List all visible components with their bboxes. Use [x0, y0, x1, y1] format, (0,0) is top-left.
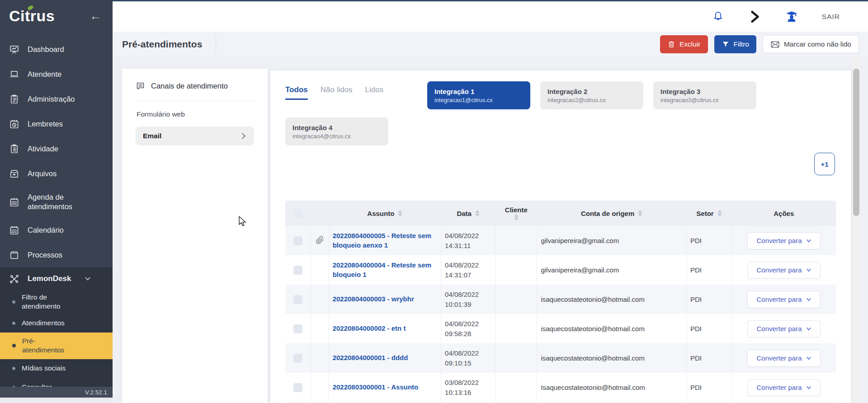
sidebar-subitem-filtro-de-atendimento[interactable]: Filtro de atendimento: [0, 290, 113, 314]
convert-to-label: Converter para: [757, 266, 802, 274]
top-accent-strip: [113, 0, 868, 1]
sort-arrows-icon[interactable]: [475, 210, 480, 216]
preatendimento-link[interactable]: 20220804000001 - dddd: [333, 353, 408, 362]
sort-arrows-icon[interactable]: [717, 210, 722, 216]
chevron-down-icon: [806, 385, 811, 390]
chevron-down-icon: [85, 276, 91, 282]
channel-item-email[interactable]: Email: [136, 127, 254, 145]
integration-card-2[interactable]: Integração 2integracao2@citrus.cx: [540, 81, 643, 109]
sidebar-item-label: Dashboard: [28, 45, 64, 54]
bullet-icon: [12, 344, 16, 347]
column-header-assunto[interactable]: Assunto: [329, 201, 441, 226]
version-bar: V.2.52.1: [0, 387, 113, 398]
mark-unread-button[interactable]: Marcar como não lido: [763, 35, 859, 53]
preatendimento-link[interactable]: 20220804000004 - Reteste sem bloqueio 1: [333, 261, 437, 279]
integration-card-1[interactable]: Integração 1integracao1@citrus.cx: [427, 81, 530, 109]
chevron-right-icon: [241, 132, 247, 140]
sidebar-item-atendente[interactable]: Atendente: [0, 62, 113, 87]
row-checkbox[interactable]: [293, 354, 302, 363]
vertical-scrollbar[interactable]: [853, 57, 860, 403]
row-setor: PDI: [686, 343, 731, 373]
filter-button[interactable]: Filtro: [714, 35, 756, 53]
column-header-acoes: Ações: [732, 201, 836, 226]
integration-email: integracao4@citrus.cx: [292, 133, 381, 140]
page-header: Pré-atendimentos Excluir Filtro Marcar c…: [113, 32, 868, 57]
dashed-divider: [136, 101, 254, 101]
agenda-icon: [9, 197, 19, 207]
sort-arrows-icon[interactable]: [638, 210, 642, 216]
column-header-data[interactable]: Data: [441, 201, 495, 226]
tab-nao-lidos[interactable]: Não lidos: [321, 85, 353, 98]
preatendimento-link[interactable]: 20220804000003 - wrybhr: [333, 295, 414, 304]
page-actions: Excluir Filtro Marcar como não lido: [660, 35, 859, 53]
sidebar-item-label: Arquivos: [28, 169, 57, 178]
sidebar-item-agenda-de-atendimentos[interactable]: Agenda de atendimentos: [0, 186, 113, 218]
row-checkbox[interactable]: [293, 295, 302, 304]
select-all-checkbox[interactable]: [293, 209, 302, 218]
sort-arrows-icon[interactable]: [514, 214, 519, 220]
sidebar-item-calendario[interactable]: Calendário: [0, 218, 113, 243]
processos-icon: [9, 250, 19, 260]
delete-button[interactable]: Excluir: [660, 35, 708, 53]
convert-to-label: Converter para: [757, 325, 802, 333]
sidebar-subitem-atendimentos[interactable]: Atendimentos: [0, 314, 113, 333]
row-checkbox[interactable]: [293, 383, 302, 392]
column-header-label: Data: [457, 210, 472, 217]
convert-to-button[interactable]: Converter para: [747, 262, 821, 279]
row-checkbox[interactable]: [293, 236, 302, 245]
convert-to-button[interactable]: Converter para: [747, 379, 821, 396]
tutorial-graduate-icon[interactable]: [785, 10, 798, 23]
sidebar-item-arquivos[interactable]: Arquivos: [0, 161, 113, 186]
logout-button[interactable]: SAIR: [822, 13, 840, 21]
sidebar-item-lemondesk[interactable]: LemonDesk: [0, 267, 113, 290]
sidebar-subitem-consultar[interactable]: Consultar: [0, 378, 113, 387]
row-checkbox[interactable]: [293, 266, 302, 275]
notifications-bell-icon[interactable]: [712, 10, 724, 23]
sort-arrows-icon[interactable]: [398, 210, 402, 216]
row-time: 14:31:07: [445, 270, 491, 280]
convert-to-button[interactable]: Converter para: [747, 350, 821, 367]
row-checkbox[interactable]: [293, 324, 302, 333]
sidebar-subitem-midias-sociais[interactable]: Mídias sociais: [0, 359, 113, 378]
integration-email: integracao1@citrus.cx: [434, 97, 523, 103]
read-state-tabs: TodosNão lidosLidos: [285, 81, 417, 100]
integration-card-3[interactable]: Integração 3integracao3@citrus.cx: [653, 81, 756, 109]
mark-unread-button-label: Marcar como não lido: [784, 40, 851, 48]
more-integrations-row: +1: [285, 153, 835, 175]
row-time: 10:01:39: [445, 300, 491, 309]
sidebar-item-label: Agenda de atendimentos: [28, 192, 104, 211]
preatendimento-link[interactable]: 20220804000005 - Reteste sem bloqueio ae…: [333, 231, 437, 250]
table-row: 20220804000005 - Reteste sem bloqueio ae…: [285, 226, 836, 255]
row-time: 09:58:28: [445, 329, 491, 339]
tab-lidos[interactable]: Lidos: [365, 85, 384, 98]
sidebar-item-lembretes[interactable]: Lembretes: [0, 112, 113, 136]
sidebar-item-dashboard[interactable]: Dashboard: [0, 37, 113, 62]
column-header-label: Setor: [696, 210, 713, 217]
integration-card-4[interactable]: Integração 4integracao4@citrus.cx: [285, 117, 388, 145]
convert-to-button[interactable]: Converter para: [747, 320, 821, 337]
sidebar-item-processos[interactable]: Processos: [0, 243, 113, 267]
collapse-sidebar-arrow-icon[interactable]: ←: [90, 10, 102, 22]
row-conta-origem: gilvanipereira@gmail.com: [537, 255, 687, 285]
more-integrations-button[interactable]: +1: [814, 153, 835, 175]
scrollbar-thumb[interactable]: [853, 69, 859, 216]
preatendimento-link[interactable]: 20220803000001 - Assunto: [333, 383, 419, 392]
sidebar-subitem-pre-atendimentos[interactable]: Pré-atendimentos: [0, 333, 113, 359]
sidebar-item-atividade[interactable]: Atividade: [0, 136, 113, 161]
app-window: SAIR Pré-atendimentos Excluir Filtro: [0, 0, 868, 403]
integration-name: Integração 4: [292, 124, 381, 131]
preatendimento-link[interactable]: 20220804000002 - etn t: [333, 324, 406, 333]
convert-to-button[interactable]: Converter para: [747, 232, 821, 249]
sidebar-item-administracao[interactable]: Administração: [0, 87, 113, 112]
tab-todos[interactable]: Todos: [285, 85, 308, 100]
column-header-setor[interactable]: Setor: [686, 201, 731, 226]
column-header-conta-de-origem[interactable]: Conta de origem: [537, 201, 687, 226]
integration-name: Integração 1: [434, 88, 523, 95]
channel-item-formulario-web[interactable]: Formulário web: [137, 110, 254, 118]
row-cliente: [495, 285, 537, 314]
collapse-panel-chevron-icon[interactable]: [748, 10, 761, 23]
table-header: AssuntoDataClienteConta de origemSetorAç…: [285, 201, 836, 226]
convert-to-button[interactable]: Converter para: [747, 291, 821, 308]
filters-row: TodosNão lidosLidos Integração 1integrac…: [285, 81, 836, 145]
column-header-cliente[interactable]: Cliente: [495, 201, 537, 226]
